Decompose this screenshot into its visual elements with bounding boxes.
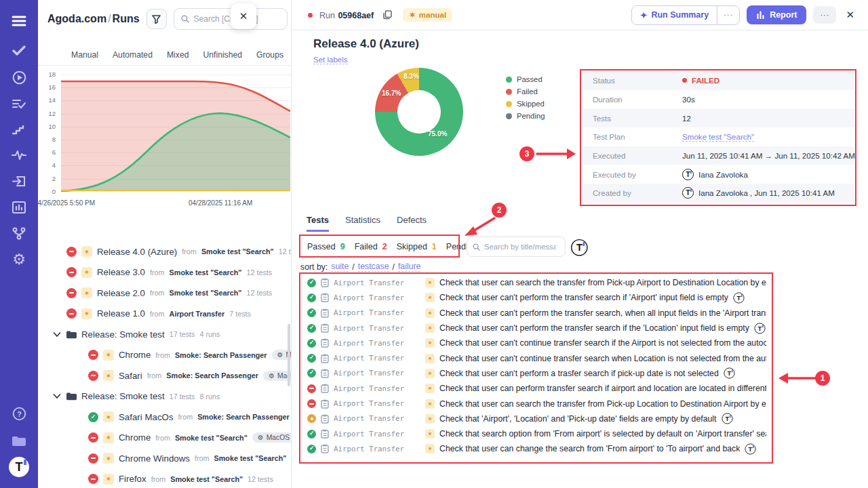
test-title: Check that user can't perform a trasfer … — [439, 369, 719, 378]
test-row[interactable]: Airport Transfer ✶ Check that user can s… — [300, 275, 772, 290]
tab-automated[interactable]: Automated — [113, 50, 153, 60]
import-icon[interactable] — [0, 169, 38, 192]
test-row[interactable]: Airport Transfer ✶ Check that user can't… — [300, 336, 772, 350]
test-plan-link[interactable]: Smoke test "Search" — [682, 132, 754, 142]
suite-label: Airport Transfer — [334, 369, 420, 378]
breadcrumb-separator: / — [106, 13, 112, 24]
test-title: Check that 'Airport', 'Location' and 'Pi… — [439, 414, 717, 424]
tests-search[interactable] — [467, 237, 566, 257]
test-row[interactable]: Airport Transfer ✶ Check that search opt… — [300, 426, 772, 441]
copy-run-id-button[interactable] — [383, 10, 392, 20]
app-sidebar: ⚙ ? — [0, 0, 38, 488]
skipped-count[interactable]: 1 — [432, 242, 437, 251]
skipped-count-label[interactable]: Skipped — [397, 242, 427, 251]
analytics-chart-icon[interactable] — [0, 196, 38, 219]
run-from-label: from — [150, 310, 165, 318]
tests-count-value: 12 — [682, 114, 691, 123]
test-row[interactable]: Airport Transfer ✶ Check that user can't… — [300, 321, 772, 336]
report-button[interactable]: Report — [747, 5, 806, 24]
chevron-down-icon[interactable] — [53, 332, 61, 337]
failed-count[interactable]: 2 — [382, 242, 387, 251]
assignee-filter-avatar[interactable] — [571, 237, 588, 256]
tab-manual[interactable]: Manual — [71, 50, 98, 60]
test-row[interactable]: Airport Transfer ✶ Check that user can c… — [300, 441, 772, 456]
run-meta: 12 tests — [246, 289, 272, 297]
group-tests-count: 17 tests — [170, 330, 195, 338]
runs-list: ✶ Release 4.0 (Azure) from Smoke test "S… — [38, 241, 292, 488]
filter-funnel-button[interactable] — [146, 9, 167, 29]
manual-icon: ✶ — [409, 10, 416, 20]
tab-statistics[interactable]: Statistics — [345, 215, 380, 232]
steps-icon[interactable] — [0, 118, 38, 141]
passed-count-label[interactable]: Passed — [307, 242, 336, 251]
tab-tests[interactable]: Tests — [307, 215, 329, 232]
settings-gear-icon[interactable]: ⚙ — [0, 248, 38, 271]
breadcrumb[interactable]: Agoda.com/Runs — [47, 13, 140, 25]
run-meta: 12 tests — [248, 475, 273, 483]
tests-search-input[interactable] — [484, 243, 556, 251]
runs-play-icon[interactable] — [0, 66, 38, 89]
sort-testcase-link[interactable]: testcase — [358, 262, 389, 272]
run-row[interactable]: ✶ Firefox from Smoke test "Search" 12 te… — [38, 469, 292, 488]
run-group-row[interactable]: Release: Smoke test 17 tests 4 runs — [38, 324, 292, 345]
manual-run-icon: ✶ — [103, 411, 114, 422]
run-row[interactable]: ✶ Release 1.0 from Airport Transfer 7 te… — [38, 304, 292, 325]
run-summary-table: Status FAILED Duration 30s Tests 12 Test… — [583, 71, 854, 203]
tab-defects[interactable]: Defects — [397, 215, 427, 232]
run-row[interactable]: ✓ ✶ Safari MacOs from Smoke: Search Pass… — [38, 407, 292, 428]
test-cases-icon[interactable] — [0, 92, 38, 115]
test-title: Check that user can't perform the transf… — [439, 323, 749, 333]
run-row[interactable]: ✶ Chrome Windows from Smoke test "Search… — [38, 448, 292, 469]
run-row[interactable]: ✶ Release 3.0 from Smoke test "Search" 1… — [38, 262, 292, 283]
test-title: Check that user can perform transfer sea… — [439, 384, 766, 393]
close-run-button[interactable]: ✕ — [843, 9, 857, 21]
run-row[interactable]: ✶ Release 4.0 (Azure) from Smoke test "S… — [38, 241, 292, 262]
run-filter-tabs: Manual Automated Mixed Unfinished Groups — [38, 45, 292, 66]
test-row[interactable]: Airport Transfer ✶ Check that user can p… — [300, 381, 772, 396]
test-row[interactable]: Airport Transfer ✶ Check that user can't… — [300, 350, 772, 365]
tab-mixed[interactable]: Mixed — [167, 50, 189, 60]
y-tick: 8 — [38, 136, 56, 143]
run-row[interactable]: ✶ Safari from Smoke: Search Passenger ⚙M… — [38, 365, 292, 386]
projects-folder-icon[interactable] — [0, 429, 38, 452]
user-avatar — [682, 169, 694, 180]
duration-value: 30s — [682, 95, 695, 104]
more-actions-button[interactable]: ··· — [813, 6, 836, 24]
sort-failure-link[interactable]: failure — [398, 262, 421, 272]
test-row[interactable]: Airport Transfer ✶ Check that user can't… — [300, 366, 772, 381]
breadcrumb-project[interactable]: Agoda.com — [47, 13, 106, 24]
passed-count[interactable]: 9 — [340, 242, 345, 251]
run-summary-more-button[interactable]: ··· — [717, 6, 739, 24]
set-labels-link[interactable]: Set labels — [313, 56, 348, 64]
skipped-status-icon — [307, 414, 316, 423]
test-row[interactable]: Airport Transfer ✶ Check that user can't… — [300, 306, 772, 321]
test-row[interactable]: Airport Transfer ✶ Check that 'Airport',… — [300, 411, 772, 426]
chevron-down-icon[interactable] — [53, 394, 61, 399]
failed-status-icon — [307, 384, 316, 393]
pulse-activity-icon[interactable] — [0, 144, 38, 167]
failed-dot-icon — [308, 13, 313, 18]
tasks-check-icon[interactable] — [0, 39, 38, 62]
run-row[interactable]: ✶ Chrome from Smoke test "Search" ⚙MacOS… — [38, 428, 292, 449]
testomat-logo[interactable] — [0, 455, 38, 479]
run-group-row[interactable]: Release: Smoke test 17 tests 8 runs — [38, 386, 292, 407]
assignee-avatar — [754, 323, 765, 333]
tab-unfinished[interactable]: Unfinished — [203, 50, 242, 60]
run-row[interactable]: ✶ Release 2.0 from Smoke test "Search" 1… — [38, 283, 292, 304]
run-summary-button[interactable]: ✦Run Summary ··· — [631, 5, 740, 25]
sort-suite-link[interactable]: suite — [331, 262, 349, 272]
test-row[interactable]: Airport Transfer ✶ Check that user can s… — [300, 396, 772, 411]
run-from-label: from — [150, 268, 165, 277]
help-icon[interactable]: ? — [0, 402, 38, 425]
menu-icon[interactable] — [0, 9, 38, 33]
suite-label: Airport Transfer — [334, 308, 420, 317]
run-name: Release 3.0 — [97, 267, 145, 277]
tab-groups[interactable]: Groups — [256, 50, 283, 60]
assignee-avatar — [745, 443, 756, 454]
branch-icon[interactable] — [0, 222, 38, 245]
test-row[interactable]: Airport Transfer ✶ Check that user can't… — [300, 290, 772, 305]
panel-close-button[interactable]: ✕ — [231, 3, 256, 29]
run-row[interactable]: ✶ Chrome from Smoke: Search Passenger ⚙M… — [38, 345, 292, 366]
scrollbar[interactable] — [288, 324, 290, 386]
failed-count-label[interactable]: Failed — [355, 242, 378, 251]
